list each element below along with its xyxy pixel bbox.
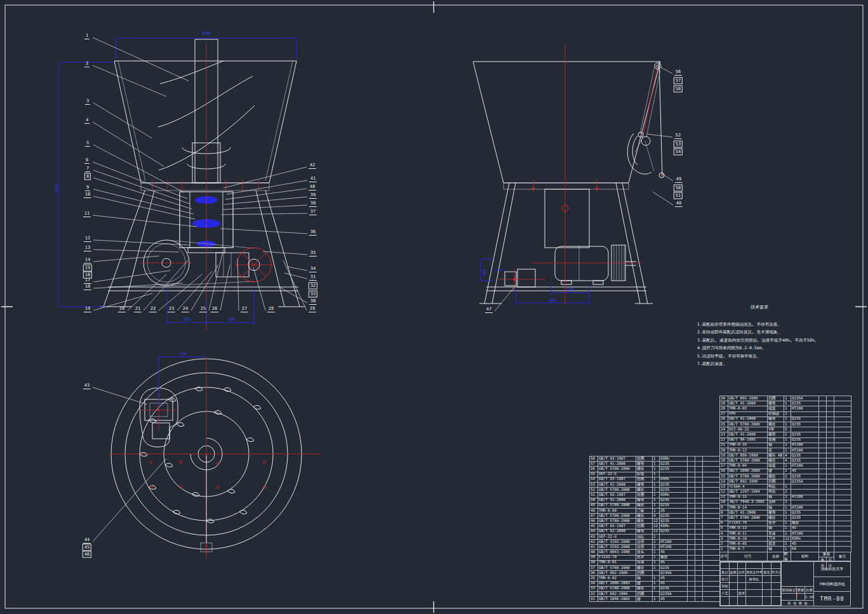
bom-row: 51GB/T 93-1987垫圈165Mn	[590, 493, 720, 498]
dimension-text: 250	[180, 351, 187, 356]
callout-14: 14	[84, 257, 91, 264]
label-mark: 标记	[721, 569, 730, 576]
label-weight: 重量	[797, 587, 805, 593]
callout-30: 30	[309, 298, 317, 305]
callout-19: 19	[84, 306, 91, 312]
callout-22: 22	[149, 306, 157, 312]
note-line: 7.装配后涂漆。	[697, 360, 822, 368]
bom-row: 43UEF-22-G油缸1	[590, 534, 720, 539]
callout-48: 48	[675, 201, 683, 207]
bom-row: 56GB/T 5780-2000螺栓1Q235	[590, 467, 720, 472]
bom-row: 38TMR-0-01筒体145	[590, 560, 720, 565]
callout-3: 3	[85, 98, 90, 105]
bom-row: 52GB/T 5780-2000螺栓1Q235	[590, 488, 720, 493]
callout-13: 13	[84, 245, 91, 251]
bom-row: 36GB/T 892-1986挡圈Q235A	[590, 571, 720, 576]
bom-row: 35TMR-0-02轴145	[590, 576, 720, 581]
callout-7: 7	[85, 166, 90, 172]
callout-52: 52	[674, 133, 682, 139]
bom-row: 22GB/T 96-1985垫圈1Q235	[720, 437, 851, 443]
callout-11: 11	[83, 211, 91, 217]
bom-row: 27VPU联轴器1	[720, 411, 851, 417]
bom-row: 4TMR-0-11壳体1HT200	[720, 531, 851, 536]
bom-header-weight-group: 重量 单件 总计	[819, 552, 834, 561]
bom-row: 40GB/T 8843-1988接头145	[590, 550, 720, 555]
bom-row: 31GB/T 1096-2003键145	[590, 597, 720, 602]
bom-row: 14GB/T 892-1986挡圈Q235A	[720, 479, 851, 484]
callout-27: 27	[241, 306, 248, 312]
callout-53: 53	[674, 141, 683, 148]
callout-6: 6	[84, 157, 90, 164]
bom-row: 10JB/T 7940.3-1995油杯1	[720, 500, 851, 505]
callout-39: 39	[309, 192, 317, 199]
callout-5: 5	[85, 140, 90, 147]
callout-44: 44	[83, 537, 91, 544]
callout-26: 26	[211, 306, 218, 312]
bom-row: 28TMR-0-03端盖1HT200	[720, 406, 851, 411]
callout-36: 36	[309, 229, 317, 236]
callout-12: 12	[84, 236, 91, 242]
callout-43: 43	[83, 383, 91, 389]
bom-row: 11TMR-0-15轴1HT200	[720, 495, 851, 500]
callout-38: 38	[309, 201, 317, 207]
bom-row: 37GB/T 5780-2000螺栓1Q235	[590, 565, 720, 570]
notes-title: 技术要求	[697, 304, 822, 312]
stage-blank-cell	[782, 562, 813, 587]
bom-header-material: 材料	[791, 552, 819, 561]
bom-row: 48TMR-0-09门板135	[590, 508, 720, 513]
bom-row: 23GB/T 41-2000螺母1Q235	[720, 432, 851, 437]
callout-45: 45	[83, 544, 91, 551]
bom-row: 55UEF-22-G铰链1	[590, 472, 720, 477]
bom-row: 32GB/T 892-1986挡圈Q235A	[590, 591, 720, 596]
dimension-text: 1500	[202, 30, 211, 35]
label-date: 年月日	[771, 569, 781, 576]
dimension-text: 230	[567, 287, 574, 291]
bom-row: 6FJ143-79垫片1橡胶	[720, 521, 851, 526]
bom-row: 12GB/T 1297-1994带轮2	[720, 490, 851, 495]
dimension-text: 300	[184, 317, 190, 321]
callout-18: 18	[84, 284, 91, 290]
leader-lines	[93, 37, 673, 542]
bom-row: 44GB/T 41-2000螺母12Q235	[590, 529, 720, 534]
bom-row: 47GB/T 5780-2000螺栓4Q235	[590, 514, 720, 519]
bom-row: 8GB/T 41-2000螺母1Q235	[720, 511, 851, 516]
callout-57: 57	[674, 77, 683, 84]
label-stage: 阶段标记	[782, 587, 797, 593]
organization-name: 湖南科技大学	[814, 562, 850, 577]
note-line: 3.装配后, 减速箱内加注润滑油, 油量不低于40%, 不高于50%。	[697, 337, 822, 345]
label-sign: 签名	[763, 569, 771, 576]
bom-header-no: 序号	[720, 552, 728, 561]
note-line: 1.装配前所有零件用煤油清洗, 不得有杂质。	[697, 321, 822, 329]
dimension-text: 380	[228, 317, 235, 321]
label-zone: 分区	[738, 569, 746, 576]
callout-33: 33	[309, 291, 317, 298]
bom-row: 45GB/T 93-1987垫圈1265Mn	[590, 524, 720, 529]
bom-row: 33GB/T 5780-2000螺栓1Q235	[590, 586, 720, 591]
bom-row: 19GB/T 899-1988螺柱 AB4Q235	[720, 453, 851, 458]
label-design: 设计	[721, 576, 730, 583]
callout-24: 24	[182, 306, 189, 312]
revision-grid: 标记 处数 分区 更改文件号 签名 年月日 设计 标准化 审核 工艺 批准	[720, 562, 781, 606]
callout-37: 37	[309, 209, 317, 215]
bom-header: 序号 代号 名称 数量 材料 重量 单件 总计 备注	[719, 552, 851, 561]
callout-2: 2	[84, 61, 90, 67]
callout-47: 47	[485, 307, 493, 313]
bom-row: 17TMR-0-04端盖1HT200	[720, 464, 851, 469]
label-doc-no: 更改文件号	[746, 569, 763, 576]
bom-row: 20TMR-0-12座1HT200	[720, 448, 851, 453]
label-standard: 标准化	[746, 576, 763, 583]
label-process: 工艺	[721, 590, 730, 597]
drawing-title: TMR饲料搅拌机	[814, 577, 850, 592]
bom-row: 57GB/T 41-2000螺母1Q235	[590, 462, 720, 467]
callout-54: 54	[674, 149, 683, 156]
callout-9: 9	[85, 185, 90, 191]
bom-row: 42GB/T 3192-2000油管1HT200	[590, 540, 720, 545]
callout-15: 15	[83, 265, 92, 272]
callout-42: 42	[309, 163, 316, 169]
label-approve: 批准	[738, 590, 746, 597]
bom-row: 9TMR-0-14轴1HT200	[720, 505, 851, 510]
callout-4: 4	[84, 117, 90, 124]
callout-50: 50	[674, 185, 683, 192]
label-check: 审核	[721, 583, 730, 590]
bom-row: 50GB/T 41-2000螺母1Q235	[590, 498, 720, 503]
